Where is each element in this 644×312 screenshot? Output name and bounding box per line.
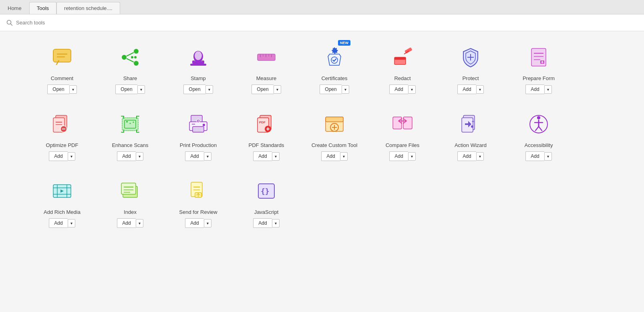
tab-tools[interactable]: Tools (29, 2, 56, 14)
accessibility-drop-btn[interactable]: ▾ (544, 152, 552, 161)
pdf-standards-add-btn[interactable]: Add (253, 151, 272, 161)
redact-add-btn[interactable]: Add (389, 85, 408, 94)
certificates-label: Certificates (321, 75, 347, 81)
measure-drop-btn[interactable]: ▾ (274, 85, 281, 94)
optimize-pdf-drop-btn[interactable]: ▾ (68, 152, 75, 161)
add-rich-media-drop-btn[interactable]: ▾ (68, 219, 75, 227)
compare-files-add-btn[interactable]: Add (389, 151, 408, 161)
redact-label: Redact (394, 75, 411, 81)
certificates-drop-btn[interactable]: ▾ (342, 85, 349, 94)
protect-btn-group: Add ▾ (457, 85, 483, 94)
index-label: Index (124, 209, 137, 215)
comment-drop-btn[interactable]: ▾ (69, 85, 77, 94)
comment-label: Comment (51, 75, 73, 81)
tool-stamp: Stamp Open ▾ (168, 43, 228, 94)
tool-optimize-pdf: Optimize PDF Add ▾ (32, 110, 92, 161)
send-for-review-btn-group: Add ▾ (185, 218, 211, 228)
svg-line-78 (535, 127, 539, 131)
search-input[interactable] (16, 20, 136, 26)
enhance-scans-drop-btn[interactable]: ▾ (136, 152, 143, 161)
stamp-btn-group: Open ▾ (183, 85, 213, 94)
certificates-open-btn[interactable]: Open (320, 85, 341, 94)
action-wizard-label: Action Wizard (455, 142, 487, 148)
javascript-drop-btn[interactable]: ▾ (272, 219, 280, 227)
svg-rect-64 (326, 117, 343, 122)
create-custom-drop-btn[interactable]: ▾ (340, 152, 348, 161)
javascript-btn-group: Add ▾ (253, 218, 279, 228)
print-production-drop-btn[interactable]: ▾ (204, 152, 211, 161)
print-production-label: Print Production (180, 142, 217, 148)
measure-open-btn[interactable]: Open (252, 85, 273, 94)
svg-point-7 (134, 61, 139, 66)
send-for-review-drop-btn[interactable]: ▾ (204, 219, 211, 227)
svg-line-79 (539, 127, 542, 131)
optimize-pdf-add-btn[interactable]: Add (49, 151, 67, 161)
tool-accessibility: Accessibility Add ▾ (509, 110, 569, 161)
svg-rect-26 (394, 57, 406, 60)
tool-measure: Measure Open ▾ (236, 43, 296, 94)
svg-point-6 (134, 49, 139, 54)
search-bar (0, 14, 644, 31)
print-production-add-btn[interactable]: Add (185, 151, 203, 161)
compare-files-btn-group: Add ▾ (389, 151, 415, 161)
tab-home[interactable]: Home (0, 2, 29, 14)
tool-javascript: {} JavaScript Add ▾ (236, 177, 296, 228)
tool-comment: Comment Open ▾ (32, 43, 92, 94)
svg-text:PDF: PDF (259, 121, 266, 124)
action-wizard-add-btn[interactable]: Add (457, 151, 476, 161)
tool-action-wizard: Action Wizard Add ▾ (441, 110, 501, 161)
accessibility-add-btn[interactable]: Add (525, 151, 544, 161)
index-icon (116, 177, 144, 205)
action-wizard-btn-group: Add ▾ (457, 151, 483, 161)
pdf-standards-drop-btn[interactable]: ▾ (272, 152, 280, 161)
enhance-scans-icon (116, 110, 144, 138)
send-for-review-icon (184, 177, 212, 205)
pdf-standards-icon: PDF (252, 110, 280, 138)
tool-redact: Redact Add ▾ (372, 43, 433, 94)
optimize-pdf-label: Optimize PDF (46, 142, 78, 148)
tab-document[interactable]: retention schedule.... (56, 2, 120, 14)
comment-open-btn[interactable]: Open (47, 85, 69, 94)
index-add-btn[interactable]: Add (117, 218, 135, 228)
action-wizard-drop-btn[interactable]: ▾ (476, 152, 484, 161)
redact-icon (388, 43, 417, 71)
create-custom-tool-icon (320, 110, 348, 138)
create-custom-add-btn[interactable]: Add (321, 151, 340, 161)
compare-files-drop-btn[interactable]: ▾ (408, 152, 416, 161)
tools-row-2: Optimize PDF Add ▾ (32, 110, 612, 161)
tool-pdf-standards: PDF PDF Standards Add ▾ (236, 110, 296, 161)
compare-files-icon (388, 110, 417, 138)
protect-icon (457, 43, 485, 71)
measure-label: Measure (256, 75, 277, 81)
send-for-review-add-btn[interactable]: Add (185, 218, 203, 228)
prepare-form-add-btn[interactable]: Add (525, 85, 544, 94)
javascript-add-btn[interactable]: Add (253, 218, 272, 228)
stamp-drop-btn[interactable]: ▾ (205, 85, 213, 94)
add-rich-media-icon (48, 177, 76, 205)
accessibility-icon (525, 110, 553, 138)
enhance-scans-add-btn[interactable]: Add (117, 151, 135, 161)
tools-row-1: Comment Open ▾ Share Ope (32, 43, 612, 94)
share-drop-btn[interactable]: ▾ (137, 85, 145, 94)
redact-btn-group: Add ▾ (389, 85, 415, 94)
svg-line-9 (127, 58, 134, 62)
svg-rect-2 (53, 49, 71, 62)
svg-rect-51 (193, 127, 204, 132)
svg-point-47 (130, 123, 131, 124)
add-rich-media-add-btn[interactable]: Add (49, 218, 67, 228)
comment-icon (48, 43, 76, 71)
protect-drop-btn[interactable]: ▾ (476, 85, 484, 94)
share-open-btn[interactable]: Open (115, 85, 137, 94)
redact-drop-btn[interactable]: ▾ (408, 85, 416, 94)
svg-point-15 (195, 51, 202, 60)
prepare-form-drop-btn[interactable]: ▾ (544, 85, 552, 94)
protect-add-btn[interactable]: Add (457, 85, 476, 94)
stamp-open-btn[interactable]: Open (183, 85, 205, 94)
index-drop-btn[interactable]: ▾ (136, 219, 143, 227)
tool-send-for-review: Send for Review Add ▾ (168, 177, 228, 228)
tool-index: Index Add ▾ (100, 177, 160, 228)
pdf-standards-label: PDF Standards (249, 142, 284, 148)
tools-panel: Comment Open ▾ Share Ope (0, 31, 644, 312)
svg-point-46 (126, 121, 128, 123)
comment-btn-group: Open ▾ (47, 85, 76, 94)
